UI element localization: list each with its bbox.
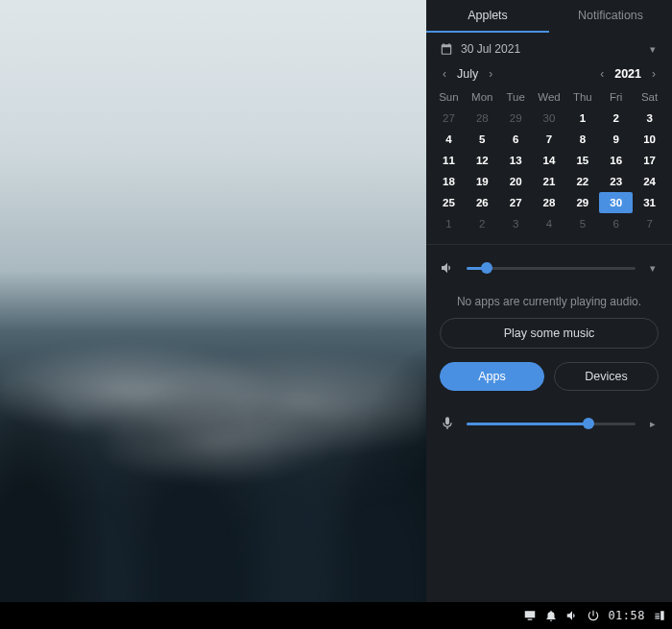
calendar-day[interactable]: 29 bbox=[499, 108, 533, 129]
microphone-slider[interactable] bbox=[467, 423, 636, 425]
calendar-day[interactable]: 30 bbox=[599, 192, 633, 213]
dow-label: Fri bbox=[599, 86, 633, 108]
calendar-day[interactable]: 6 bbox=[599, 213, 633, 234]
calendar-icon bbox=[440, 42, 453, 56]
calendar-day[interactable]: 10 bbox=[633, 129, 666, 150]
tray-notifications-icon[interactable] bbox=[544, 609, 558, 622]
calendar-day[interactable]: 2 bbox=[599, 108, 633, 129]
volume-expand-icon[interactable]: ▾ bbox=[647, 262, 659, 275]
calendar-day[interactable]: 27 bbox=[432, 108, 466, 129]
calendar-day[interactable]: 26 bbox=[466, 192, 499, 213]
tray-display-icon[interactable] bbox=[523, 609, 537, 622]
calendar-day[interactable]: 3 bbox=[633, 108, 666, 129]
calendar-day[interactable]: 20 bbox=[499, 171, 533, 192]
calendar-day[interactable]: 7 bbox=[533, 129, 566, 150]
microphone-row: ▸ bbox=[426, 404, 672, 443]
calendar-day[interactable]: 7 bbox=[633, 213, 666, 234]
tray-volume-icon[interactable] bbox=[565, 609, 579, 622]
date-expand-icon[interactable]: ▾ bbox=[647, 43, 659, 56]
calendar-day[interactable]: 17 bbox=[633, 150, 666, 171]
speaker-icon[interactable] bbox=[440, 260, 455, 276]
taskbar: 01:58 bbox=[0, 602, 672, 629]
calendar-day[interactable]: 31 bbox=[633, 192, 666, 213]
dow-label: Mon bbox=[466, 86, 499, 108]
dow-label: Sat bbox=[633, 86, 666, 108]
applets-panel: Applets Notifications 30 Jul 2021 ▾ ‹ Ju… bbox=[426, 0, 672, 602]
tab-notifications[interactable]: Notifications bbox=[549, 0, 672, 33]
tray-power-icon[interactable] bbox=[587, 609, 600, 622]
year-label[interactable]: 2021 bbox=[612, 67, 643, 81]
play-music-button[interactable]: Play some music bbox=[440, 318, 659, 349]
calendar-day[interactable]: 5 bbox=[466, 129, 499, 150]
calendar-day[interactable]: 12 bbox=[466, 150, 499, 171]
calendar-day[interactable]: 14 bbox=[533, 150, 566, 171]
month-label[interactable]: July bbox=[455, 67, 480, 81]
calendar-day[interactable]: 27 bbox=[499, 192, 533, 213]
devices-pill[interactable]: Devices bbox=[554, 362, 659, 391]
date-header-text: 30 Jul 2021 bbox=[461, 42, 520, 56]
calendar-grid: SunMonTueWedThuFriSat 272829301234567891… bbox=[426, 86, 672, 240]
dow-label: Wed bbox=[533, 86, 566, 108]
month-next-button[interactable]: › bbox=[482, 65, 499, 83]
calendar-day[interactable]: 30 bbox=[533, 108, 566, 129]
calendar-day[interactable]: 9 bbox=[599, 129, 633, 150]
panel-tabs: Applets Notifications bbox=[426, 0, 672, 33]
calendar-day[interactable]: 3 bbox=[499, 213, 533, 234]
calendar-day[interactable]: 1 bbox=[565, 108, 599, 129]
calendar-day[interactable]: 15 bbox=[565, 150, 599, 171]
desktop-wallpaper[interactable] bbox=[0, 0, 426, 602]
calendar-day[interactable]: 18 bbox=[432, 171, 466, 192]
apps-pill[interactable]: Apps bbox=[440, 362, 544, 391]
calendar-day[interactable]: 29 bbox=[565, 192, 599, 213]
dow-label: Sun bbox=[432, 86, 466, 108]
calendar-day[interactable]: 2 bbox=[466, 213, 499, 234]
microphone-icon[interactable] bbox=[440, 416, 455, 431]
year-next-button[interactable]: › bbox=[645, 65, 662, 83]
calendar-day[interactable]: 28 bbox=[533, 192, 566, 213]
volume-row: ▾ bbox=[426, 249, 672, 287]
calendar-day[interactable]: 4 bbox=[533, 213, 566, 234]
calendar-day[interactable]: 6 bbox=[499, 129, 533, 150]
year-prev-button[interactable]: ‹ bbox=[593, 65, 611, 83]
tray-sidebar-icon[interactable] bbox=[653, 609, 666, 622]
audio-tab-row: Apps Devices bbox=[426, 349, 672, 404]
dow-label: Tue bbox=[499, 86, 533, 108]
calendar-day[interactable]: 4 bbox=[432, 129, 466, 150]
tab-applets[interactable]: Applets bbox=[426, 0, 549, 33]
calendar-day[interactable]: 13 bbox=[499, 150, 533, 171]
calendar-day[interactable]: 19 bbox=[466, 171, 499, 192]
calendar-day[interactable]: 11 bbox=[432, 150, 466, 171]
microphone-expand-icon[interactable]: ▸ bbox=[647, 418, 659, 430]
calendar-nav: ‹ July › ‹ 2021 › bbox=[426, 60, 672, 86]
calendar-day[interactable]: 25 bbox=[432, 192, 466, 213]
calendar-day[interactable]: 5 bbox=[565, 213, 599, 234]
calendar-day[interactable]: 1 bbox=[432, 213, 466, 234]
tray-clock[interactable]: 01:58 bbox=[608, 609, 645, 622]
volume-slider[interactable] bbox=[467, 267, 636, 270]
calendar-day[interactable]: 21 bbox=[533, 171, 566, 192]
date-header-row[interactable]: 30 Jul 2021 ▾ bbox=[426, 33, 672, 60]
calendar-day[interactable]: 16 bbox=[599, 150, 633, 171]
calendar-day[interactable]: 23 bbox=[599, 171, 633, 192]
calendar-day[interactable]: 24 bbox=[633, 171, 666, 192]
no-apps-text: No apps are currently playing audio. bbox=[426, 287, 672, 318]
calendar-day[interactable]: 8 bbox=[565, 129, 599, 150]
calendar-day[interactable]: 28 bbox=[466, 108, 499, 129]
calendar-day[interactable]: 22 bbox=[565, 171, 599, 192]
dow-label: Thu bbox=[565, 86, 599, 108]
month-prev-button[interactable]: ‹ bbox=[436, 65, 453, 83]
